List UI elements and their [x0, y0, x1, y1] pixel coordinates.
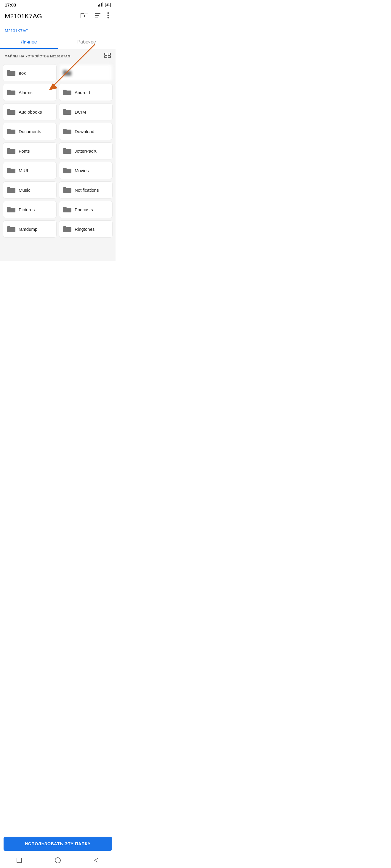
folder-item[interactable]: Download: [59, 123, 113, 140]
folder-name: Alarms: [19, 90, 33, 95]
folder-name: DCIM: [75, 110, 86, 115]
folder-icon: [7, 89, 16, 96]
new-folder-button[interactable]: [79, 10, 90, 22]
folder-grid: док Alarms Android Audiobooks DCIM Docum…: [0, 62, 115, 261]
folder-icon: [63, 127, 72, 135]
svg-rect-3: [102, 2, 103, 6]
folder-item[interactable]: док: [3, 64, 57, 81]
sort-button[interactable]: [92, 11, 103, 21]
folder-item[interactable]: Audiobooks: [3, 103, 57, 120]
svg-rect-13: [108, 53, 111, 55]
folder-icon: [63, 225, 72, 233]
folder-item[interactable]: [59, 64, 113, 81]
tabs: Личное Рабочее: [0, 33, 115, 49]
svg-rect-2: [101, 3, 102, 6]
header-actions: [79, 10, 111, 22]
folder-item[interactable]: Podcasts: [59, 201, 113, 218]
folder-icon: [7, 69, 16, 76]
folder-name: док: [19, 70, 26, 75]
svg-point-9: [108, 12, 109, 14]
battery-icon: 81: [105, 3, 111, 7]
folder-icon: [63, 69, 72, 76]
folder-icon: [7, 147, 16, 155]
folder-icon: [7, 166, 16, 174]
folder-item[interactable]: Notifications: [59, 181, 113, 198]
folder-icon: [63, 89, 72, 96]
folder-icon: [63, 166, 72, 174]
svg-rect-14: [105, 56, 107, 58]
folder-name: JotterPadX: [75, 149, 96, 154]
breadcrumb: M2101K7AG: [0, 25, 115, 33]
signal-icon: [98, 2, 104, 7]
folder-name: Download: [75, 129, 94, 134]
folder-name: MIUI: [19, 168, 28, 173]
tab-work[interactable]: Рабочее: [58, 36, 115, 49]
section-header: ФАЙЛЫ НА УСТРОЙСТВЕ M2101K7AG: [0, 49, 115, 62]
app-title: M2101K7AG: [5, 12, 42, 20]
folder-item[interactable]: Movies: [59, 162, 113, 179]
folder-icon: [7, 225, 16, 233]
breadcrumb-text: M2101K7AG: [5, 28, 28, 33]
more-options-button[interactable]: [106, 10, 111, 22]
folder-name: Fonts: [19, 149, 30, 154]
svg-point-11: [108, 17, 109, 19]
folder-item[interactable]: ramdump: [3, 220, 57, 238]
folder-item[interactable]: JotterPadX: [59, 142, 113, 159]
folder-icon: [7, 186, 16, 194]
folder-item[interactable]: Alarms: [3, 84, 57, 101]
folder-name: Notifications: [75, 188, 99, 193]
folder-icon: [7, 206, 16, 213]
folder-item[interactable]: DCIM: [59, 103, 113, 120]
folder-icon: [63, 147, 72, 155]
folder-item[interactable]: Documents: [3, 123, 57, 140]
folder-icon: [7, 127, 16, 135]
svg-point-10: [108, 15, 109, 16]
folder-name: Movies: [75, 168, 89, 173]
folder-item[interactable]: MIUI: [3, 162, 57, 179]
svg-rect-12: [105, 53, 107, 55]
folder-item[interactable]: Music: [3, 181, 57, 198]
folder-icon: [63, 108, 72, 116]
folder-name: Audiobooks: [19, 110, 42, 115]
folder-name: Ringtones: [75, 227, 95, 231]
folder-name: Podcasts: [75, 207, 93, 212]
folder-icon: [7, 108, 16, 116]
folder-name: Music: [19, 188, 30, 193]
svg-rect-0: [98, 5, 99, 6]
status-time: 17:03: [5, 2, 16, 7]
tab-personal[interactable]: Личное: [0, 36, 58, 49]
folder-item[interactable]: Pictures: [3, 201, 57, 218]
svg-rect-15: [108, 56, 111, 58]
folder-item[interactable]: Fonts: [3, 142, 57, 159]
status-icons: 81: [98, 2, 111, 7]
folder-icon: [63, 186, 72, 194]
app-header: M2101K7AG: [0, 8, 115, 25]
folder-name: Pictures: [19, 207, 35, 212]
section-title: ФАЙЛЫ НА УСТРОЙСТВЕ M2101K7AG: [5, 55, 71, 58]
grid-view-icon[interactable]: [104, 53, 111, 59]
folder-item[interactable]: Ringtones: [59, 220, 113, 238]
folder-item[interactable]: Android: [59, 84, 113, 101]
folder-name: Documents: [19, 129, 41, 134]
svg-rect-1: [99, 4, 100, 6]
folder-name: Android: [75, 90, 90, 95]
folder-icon: [63, 206, 72, 213]
folder-name: ramdump: [19, 227, 37, 231]
status-bar: 17:03 81: [0, 0, 115, 8]
